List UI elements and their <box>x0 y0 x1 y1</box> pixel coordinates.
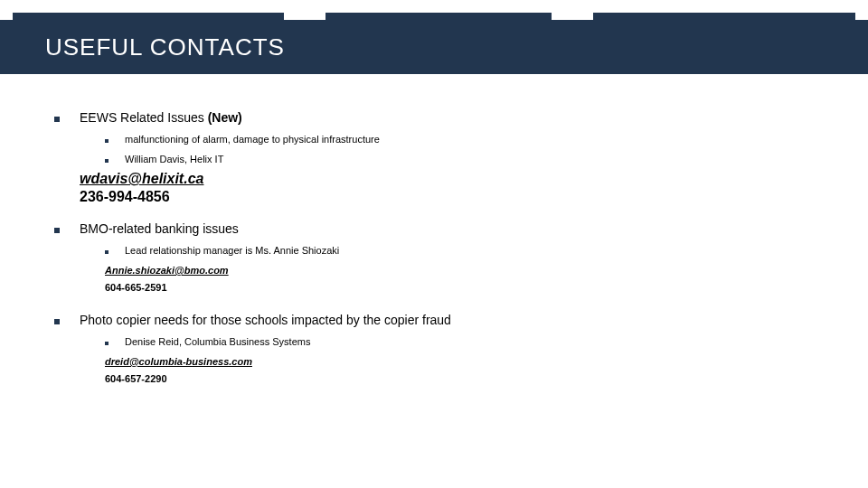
accent-segment <box>13 13 284 20</box>
contact-phone: 236-994-4856 <box>80 189 823 205</box>
content-body: EEWS Related Issues (New) malfunctioning… <box>0 74 868 388</box>
new-tag: (New) <box>208 110 242 125</box>
section-label: BMO-related banking issues <box>80 221 239 236</box>
sub-item-text: Denise Reid, Columbia Business Systems <box>125 334 310 351</box>
section-heading-row: EEWS Related Issues (New) <box>54 110 823 125</box>
header-band: USEFUL CONTACTS <box>0 20 868 74</box>
contact-section-eews: EEWS Related Issues (New) malfunctioning… <box>54 110 823 205</box>
square-bullet-small-icon <box>105 159 108 163</box>
section-label: EEWS Related Issues (New) <box>80 110 242 125</box>
accent-segment <box>593 13 855 20</box>
sub-item: Denise Reid, Columbia Business Systems <box>105 334 823 351</box>
section-heading-row: Photo copier needs for those schools imp… <box>54 313 823 327</box>
section-label: Photo copier needs for those schools imp… <box>80 313 451 327</box>
sub-item: malfunctioning of alarm, damage to physi… <box>105 132 823 148</box>
contact-email: wdavis@helixit.ca <box>80 171 823 187</box>
contact-section-bmo: BMO-related banking issues Lead relation… <box>54 221 823 296</box>
section-sub: Denise Reid, Columbia Business Systems d… <box>105 334 823 388</box>
page-title: USEFUL CONTACTS <box>45 33 285 61</box>
square-bullet-icon <box>54 319 60 324</box>
section-sub: malfunctioning of alarm, damage to physi… <box>105 132 823 167</box>
section-label-text: EEWS Related Issues <box>80 110 204 125</box>
contact-email: Annie.shiozaki@bmo.com <box>105 263 823 279</box>
contact-phone: 604-665-2591 <box>105 280 823 296</box>
accent-segment <box>326 13 552 20</box>
contact-phone: 604-657-2290 <box>105 371 823 388</box>
square-bullet-small-icon <box>105 342 108 345</box>
sub-item-text: Lead relationship manager is Ms. Annie S… <box>125 243 339 259</box>
sub-item-text: malfunctioning of alarm, damage to physi… <box>125 132 380 148</box>
section-sub: Lead relationship manager is Ms. Annie S… <box>105 243 823 296</box>
section-heading-row: BMO-related banking issues <box>54 221 823 236</box>
square-bullet-icon <box>54 228 60 233</box>
square-bullet-icon <box>54 117 60 122</box>
sub-item: William Davis, Helix IT <box>105 152 823 168</box>
contact-section-copier: Photo copier needs for those schools imp… <box>54 313 823 388</box>
contact-email: dreid@columbia-business.com <box>105 354 823 371</box>
sub-item-text: William Davis, Helix IT <box>125 152 223 168</box>
square-bullet-small-icon <box>105 139 108 143</box>
square-bullet-small-icon <box>105 250 108 254</box>
sub-item: Lead relationship manager is Ms. Annie S… <box>105 243 823 259</box>
top-accent-bar <box>0 0 868 20</box>
